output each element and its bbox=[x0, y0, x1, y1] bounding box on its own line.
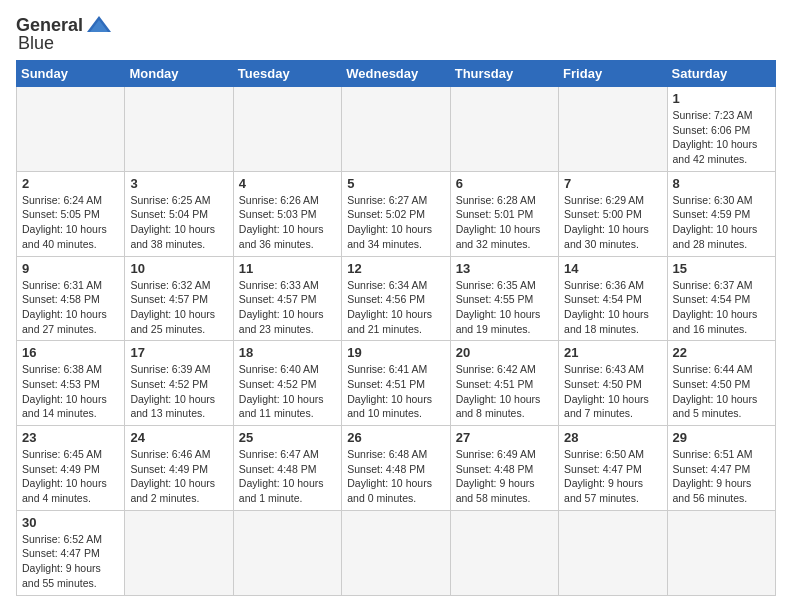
day-number: 18 bbox=[239, 345, 336, 360]
day-info: Sunrise: 6:41 AM Sunset: 4:51 PM Dayligh… bbox=[347, 362, 444, 421]
day-number: 20 bbox=[456, 345, 553, 360]
calendar-cell bbox=[125, 510, 233, 595]
day-number: 25 bbox=[239, 430, 336, 445]
calendar-cell: 7Sunrise: 6:29 AM Sunset: 5:00 PM Daylig… bbox=[559, 171, 667, 256]
calendar-cell: 17Sunrise: 6:39 AM Sunset: 4:52 PM Dayli… bbox=[125, 341, 233, 426]
calendar-week-row: 23Sunrise: 6:45 AM Sunset: 4:49 PM Dayli… bbox=[17, 426, 776, 511]
calendar-cell: 5Sunrise: 6:27 AM Sunset: 5:02 PM Daylig… bbox=[342, 171, 450, 256]
day-info: Sunrise: 6:30 AM Sunset: 4:59 PM Dayligh… bbox=[673, 193, 770, 252]
day-number: 19 bbox=[347, 345, 444, 360]
calendar-cell: 19Sunrise: 6:41 AM Sunset: 4:51 PM Dayli… bbox=[342, 341, 450, 426]
day-info: Sunrise: 6:24 AM Sunset: 5:05 PM Dayligh… bbox=[22, 193, 119, 252]
calendar-cell bbox=[17, 87, 125, 172]
day-number: 13 bbox=[456, 261, 553, 276]
calendar-cell bbox=[450, 510, 558, 595]
day-number: 8 bbox=[673, 176, 770, 191]
calendar-cell: 25Sunrise: 6:47 AM Sunset: 4:48 PM Dayli… bbox=[233, 426, 341, 511]
day-info: Sunrise: 6:38 AM Sunset: 4:53 PM Dayligh… bbox=[22, 362, 119, 421]
day-info: Sunrise: 6:27 AM Sunset: 5:02 PM Dayligh… bbox=[347, 193, 444, 252]
calendar-day-header: Sunday bbox=[17, 61, 125, 87]
calendar-day-header: Wednesday bbox=[342, 61, 450, 87]
page: General Blue SundayMondayTuesdayWednesda… bbox=[0, 0, 792, 612]
calendar-cell: 9Sunrise: 6:31 AM Sunset: 4:58 PM Daylig… bbox=[17, 256, 125, 341]
day-number: 9 bbox=[22, 261, 119, 276]
day-number: 4 bbox=[239, 176, 336, 191]
day-number: 16 bbox=[22, 345, 119, 360]
day-info: Sunrise: 6:35 AM Sunset: 4:55 PM Dayligh… bbox=[456, 278, 553, 337]
calendar-cell: 14Sunrise: 6:36 AM Sunset: 4:54 PM Dayli… bbox=[559, 256, 667, 341]
calendar-cell: 30Sunrise: 6:52 AM Sunset: 4:47 PM Dayli… bbox=[17, 510, 125, 595]
day-info: Sunrise: 6:47 AM Sunset: 4:48 PM Dayligh… bbox=[239, 447, 336, 506]
calendar-day-header: Saturday bbox=[667, 61, 775, 87]
calendar-cell: 26Sunrise: 6:48 AM Sunset: 4:48 PM Dayli… bbox=[342, 426, 450, 511]
day-info: Sunrise: 6:26 AM Sunset: 5:03 PM Dayligh… bbox=[239, 193, 336, 252]
calendar-cell: 27Sunrise: 6:49 AM Sunset: 4:48 PM Dayli… bbox=[450, 426, 558, 511]
calendar-cell: 13Sunrise: 6:35 AM Sunset: 4:55 PM Dayli… bbox=[450, 256, 558, 341]
header: General Blue bbox=[16, 10, 776, 54]
day-info: Sunrise: 6:33 AM Sunset: 4:57 PM Dayligh… bbox=[239, 278, 336, 337]
day-number: 24 bbox=[130, 430, 227, 445]
day-info: Sunrise: 6:46 AM Sunset: 4:49 PM Dayligh… bbox=[130, 447, 227, 506]
calendar-cell: 8Sunrise: 6:30 AM Sunset: 4:59 PM Daylig… bbox=[667, 171, 775, 256]
day-number: 27 bbox=[456, 430, 553, 445]
calendar-week-row: 16Sunrise: 6:38 AM Sunset: 4:53 PM Dayli… bbox=[17, 341, 776, 426]
day-number: 28 bbox=[564, 430, 661, 445]
logo-icon bbox=[85, 14, 113, 36]
calendar-cell: 4Sunrise: 6:26 AM Sunset: 5:03 PM Daylig… bbox=[233, 171, 341, 256]
calendar-cell: 22Sunrise: 6:44 AM Sunset: 4:50 PM Dayli… bbox=[667, 341, 775, 426]
day-number: 7 bbox=[564, 176, 661, 191]
calendar-cell: 23Sunrise: 6:45 AM Sunset: 4:49 PM Dayli… bbox=[17, 426, 125, 511]
calendar-cell bbox=[125, 87, 233, 172]
calendar-cell bbox=[342, 510, 450, 595]
calendar-cell: 21Sunrise: 6:43 AM Sunset: 4:50 PM Dayli… bbox=[559, 341, 667, 426]
logo: General Blue bbox=[16, 16, 113, 54]
calendar-cell: 1Sunrise: 7:23 AM Sunset: 6:06 PM Daylig… bbox=[667, 87, 775, 172]
day-info: Sunrise: 6:50 AM Sunset: 4:47 PM Dayligh… bbox=[564, 447, 661, 506]
day-info: Sunrise: 6:43 AM Sunset: 4:50 PM Dayligh… bbox=[564, 362, 661, 421]
calendar-header-row: SundayMondayTuesdayWednesdayThursdayFrid… bbox=[17, 61, 776, 87]
calendar-cell: 15Sunrise: 6:37 AM Sunset: 4:54 PM Dayli… bbox=[667, 256, 775, 341]
calendar-week-row: 30Sunrise: 6:52 AM Sunset: 4:47 PM Dayli… bbox=[17, 510, 776, 595]
day-info: Sunrise: 6:52 AM Sunset: 4:47 PM Dayligh… bbox=[22, 532, 119, 591]
day-info: Sunrise: 6:29 AM Sunset: 5:00 PM Dayligh… bbox=[564, 193, 661, 252]
day-info: Sunrise: 6:25 AM Sunset: 5:04 PM Dayligh… bbox=[130, 193, 227, 252]
day-info: Sunrise: 6:44 AM Sunset: 4:50 PM Dayligh… bbox=[673, 362, 770, 421]
day-number: 12 bbox=[347, 261, 444, 276]
calendar-cell: 3Sunrise: 6:25 AM Sunset: 5:04 PM Daylig… bbox=[125, 171, 233, 256]
day-number: 30 bbox=[22, 515, 119, 530]
day-number: 15 bbox=[673, 261, 770, 276]
calendar-cell bbox=[559, 510, 667, 595]
day-number: 26 bbox=[347, 430, 444, 445]
day-number: 5 bbox=[347, 176, 444, 191]
calendar-week-row: 1Sunrise: 7:23 AM Sunset: 6:06 PM Daylig… bbox=[17, 87, 776, 172]
calendar-cell bbox=[667, 510, 775, 595]
calendar-day-header: Thursday bbox=[450, 61, 558, 87]
day-info: Sunrise: 6:28 AM Sunset: 5:01 PM Dayligh… bbox=[456, 193, 553, 252]
day-info: Sunrise: 6:42 AM Sunset: 4:51 PM Dayligh… bbox=[456, 362, 553, 421]
calendar-cell bbox=[559, 87, 667, 172]
calendar-cell: 10Sunrise: 6:32 AM Sunset: 4:57 PM Dayli… bbox=[125, 256, 233, 341]
calendar-cell: 16Sunrise: 6:38 AM Sunset: 4:53 PM Dayli… bbox=[17, 341, 125, 426]
calendar-day-header: Tuesday bbox=[233, 61, 341, 87]
day-info: Sunrise: 6:37 AM Sunset: 4:54 PM Dayligh… bbox=[673, 278, 770, 337]
calendar-cell: 18Sunrise: 6:40 AM Sunset: 4:52 PM Dayli… bbox=[233, 341, 341, 426]
calendar-week-row: 9Sunrise: 6:31 AM Sunset: 4:58 PM Daylig… bbox=[17, 256, 776, 341]
day-number: 6 bbox=[456, 176, 553, 191]
day-number: 22 bbox=[673, 345, 770, 360]
calendar-day-header: Monday bbox=[125, 61, 233, 87]
calendar-week-row: 2Sunrise: 6:24 AM Sunset: 5:05 PM Daylig… bbox=[17, 171, 776, 256]
day-info: Sunrise: 6:36 AM Sunset: 4:54 PM Dayligh… bbox=[564, 278, 661, 337]
calendar-cell: 6Sunrise: 6:28 AM Sunset: 5:01 PM Daylig… bbox=[450, 171, 558, 256]
day-info: Sunrise: 6:45 AM Sunset: 4:49 PM Dayligh… bbox=[22, 447, 119, 506]
day-number: 17 bbox=[130, 345, 227, 360]
day-info: Sunrise: 6:51 AM Sunset: 4:47 PM Dayligh… bbox=[673, 447, 770, 506]
day-number: 3 bbox=[130, 176, 227, 191]
calendar-day-header: Friday bbox=[559, 61, 667, 87]
day-number: 2 bbox=[22, 176, 119, 191]
calendar-cell: 24Sunrise: 6:46 AM Sunset: 4:49 PM Dayli… bbox=[125, 426, 233, 511]
logo-blue: Blue bbox=[18, 33, 113, 54]
day-number: 1 bbox=[673, 91, 770, 106]
calendar: SundayMondayTuesdayWednesdayThursdayFrid… bbox=[16, 60, 776, 596]
calendar-cell: 29Sunrise: 6:51 AM Sunset: 4:47 PM Dayli… bbox=[667, 426, 775, 511]
day-number: 14 bbox=[564, 261, 661, 276]
